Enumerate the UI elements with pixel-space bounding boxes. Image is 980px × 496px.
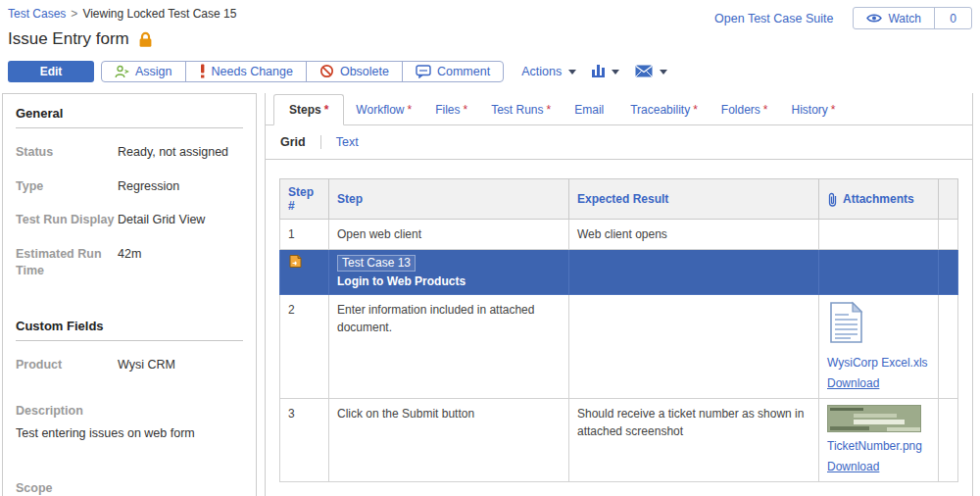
linked-test-case-title[interactable]: Test Case 13 (337, 255, 416, 272)
needs-change-button[interactable]: Needs Change (186, 62, 307, 81)
column-header-attachments: Attachments (819, 179, 939, 220)
workflow-button-group: Assign Needs Change Obsolete Comment (101, 61, 504, 82)
attachment-download-link[interactable]: Download (827, 374, 879, 392)
tab-label: Folders (721, 103, 760, 117)
column-header-expected-result: Expected Result (569, 179, 819, 220)
mail-icon (635, 65, 653, 77)
step-number: 3 (280, 399, 329, 482)
step-row-1: 1 Open web client Web client opens (280, 220, 958, 250)
screenshot-thumbnail[interactable] (827, 405, 921, 432)
step-number: 2 (280, 295, 329, 399)
step-text: Open web client (329, 220, 569, 250)
tab-label: History (792, 103, 828, 117)
main-panel: Steps* Workflow* Files* Test Runs* Email… (265, 93, 973, 496)
tab-test-runs[interactable]: Test Runs* (479, 95, 563, 124)
edit-button[interactable]: Edit (8, 61, 94, 82)
comment-button[interactable]: Comment (403, 62, 503, 81)
watch-button-label: Watch (888, 12, 921, 25)
unsaved-indicator: * (547, 103, 552, 117)
unsaved-indicator: * (831, 103, 836, 117)
tab-label: Email (574, 103, 604, 117)
caret-down-icon (612, 70, 619, 74)
section-divider (16, 127, 243, 128)
needs-change-icon (199, 64, 206, 78)
tab-folders[interactable]: Folders* (710, 95, 780, 124)
linked-test-case-row[interactable]: Test Case 13 Login to Web Products (280, 250, 958, 295)
obsolete-button-label: Obsolete (340, 65, 389, 78)
tab-traceability[interactable]: Traceability* (618, 95, 710, 124)
scope-label: Scope (16, 481, 243, 495)
watch-button-group: Watch 0 (853, 7, 972, 29)
open-test-case-suite-link[interactable]: Open Test Case Suite (714, 12, 833, 25)
attachment-file-name[interactable]: TicketNumber.png (827, 437, 930, 455)
tab-files[interactable]: Files* (423, 95, 479, 124)
email-dropdown[interactable] (635, 65, 667, 77)
watch-count-badge[interactable]: 0 (934, 8, 971, 28)
field-product: Product Wysi CRM (16, 357, 243, 374)
table-header-row: Step # Step Expected Result Attachments (280, 179, 958, 220)
section-divider (16, 340, 243, 341)
subtab-divider (320, 135, 321, 149)
paperclip-icon (827, 192, 838, 207)
breadcrumb-test-cases-link[interactable]: Test Cases (8, 7, 66, 21)
page-title: Issue Entry form (8, 29, 129, 49)
toolbar: Edit Assign Needs Change Obsolete Commen… (0, 60, 980, 82)
tab-label: Steps (289, 103, 321, 117)
watch-button[interactable]: Watch (854, 8, 934, 28)
column-header-attachments-label: Attachments (843, 192, 914, 206)
field-status: Status Ready, not assigned (16, 144, 243, 162)
subtab-text[interactable]: Text (336, 135, 359, 149)
attachments-cell (819, 250, 939, 295)
unsaved-indicator: * (464, 103, 468, 117)
expected-result-text (569, 295, 819, 399)
unsaved-indicator: * (693, 103, 698, 117)
tab-workflow[interactable]: Workflow* (344, 95, 423, 124)
step-number: 1 (280, 220, 329, 250)
steps-grid-container: Step # Step Expected Result Attachments (266, 160, 972, 482)
eye-icon (866, 13, 882, 24)
field-type: Type Regression (16, 178, 243, 196)
document-attachment-icon[interactable] (829, 301, 863, 344)
description-value: Test entering issues on web form (16, 426, 243, 440)
steps-table: Step # Step Expected Result Attachments (279, 178, 958, 482)
linked-test-case-icon-cell (280, 250, 329, 295)
actions-dropdown[interactable]: Actions (521, 65, 576, 78)
tab-strip: Steps* Workflow* Files* Test Runs* Email… (266, 93, 972, 125)
assign-button-label: Assign (135, 65, 172, 78)
custom-fields-section-heading: Custom Fields (16, 307, 243, 333)
tab-label: Test Runs (491, 103, 543, 117)
lock-icon (138, 31, 153, 48)
actions-dropdown-label: Actions (521, 65, 562, 78)
tab-email[interactable]: Email (563, 95, 618, 124)
assign-person-icon (115, 65, 129, 78)
field-value: 42m (118, 246, 141, 280)
column-header-step: Step (329, 179, 569, 220)
comment-button-label: Comment (437, 65, 490, 78)
tab-label: Files (435, 103, 460, 117)
assign-button[interactable]: Assign (102, 62, 186, 81)
field-label: Estimated Run Time (16, 246, 118, 280)
breadcrumb-separator: > (71, 7, 77, 21)
tab-history[interactable]: History* (780, 95, 848, 124)
tab-steps[interactable]: Steps* (273, 94, 344, 125)
view-mode-subtabs: Grid Text (266, 125, 972, 160)
obsolete-icon (319, 64, 334, 78)
attachments-cell: TicketNumber.png Download (819, 399, 939, 482)
step-row-2: 2 Enter information included in attached… (280, 295, 958, 399)
subtab-grid[interactable]: Grid (280, 135, 306, 149)
field-label: Test Run Display (16, 212, 118, 229)
attachment-download-link[interactable]: Download (827, 458, 879, 475)
tab-label: Traceability (630, 103, 690, 117)
field-value: Regression (118, 178, 179, 196)
caret-down-icon (660, 70, 667, 74)
field-label: Status (16, 144, 118, 162)
attachment-file-name[interactable]: WysiCorp Excel.xls (827, 354, 930, 372)
tab-label: Workflow (356, 103, 404, 117)
needs-change-button-label: Needs Change (212, 65, 293, 78)
field-value: Detail Grid View (118, 212, 205, 229)
column-header-spacer (939, 179, 958, 220)
obsolete-button[interactable]: Obsolete (307, 62, 403, 81)
expected-result-cell (569, 250, 819, 295)
reports-dropdown[interactable] (592, 66, 619, 77)
caret-down-icon (568, 70, 576, 74)
